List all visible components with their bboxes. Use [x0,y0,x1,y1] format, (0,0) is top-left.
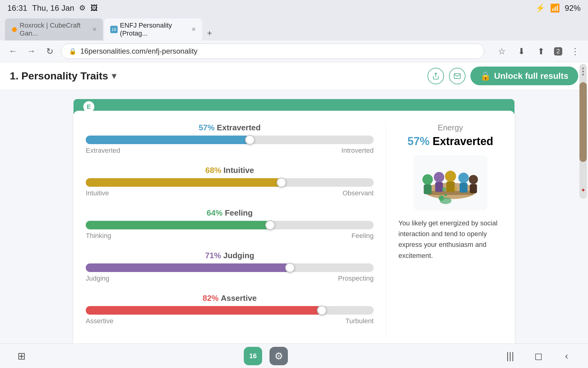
forward-button[interactable]: → [24,44,38,58]
lock-icon: 🔒 [480,71,491,81]
trait-right-identity: Turbulent [345,317,374,325]
bottom-nav-left: ⊞ [12,347,31,365]
energy-illustration [414,155,487,210]
trait-bar-fill-nature [86,221,270,229]
time: 16:31 [7,3,27,13]
trait-label-energy: 57% Extraverted [86,123,374,132]
tab-favicon-1: 🟠 [11,26,17,33]
battery: 92% [565,3,581,13]
svg-point-3 [422,174,433,185]
trait-left-nature: Thinking [86,232,111,240]
scroll-dot-2 [582,71,584,72]
bottom-nav: ⊞ 16 ⚙ ||| ◻ ‹ [0,343,588,368]
trait-bar-fill-identity [86,306,322,315]
back-button[interactable]: ← [6,44,20,58]
svg-point-5 [434,172,444,182]
trait-row-nature: 64% FeelingThinkingFeeling [86,208,374,240]
traits-left: 57% ExtravertedExtravertedIntroverted68%… [86,123,374,336]
trait-right-mind: Observant [343,189,374,197]
svg-point-16 [439,196,444,201]
trait-row-tactics: 71% JudgingJudgingProspecting [86,251,374,282]
tab-count-badge[interactable]: 2 [554,47,562,56]
scrollbar-thumb[interactable] [579,82,587,162]
share-icon [432,72,439,80]
scrollbar[interactable]: ✦ [579,64,587,199]
date: Thu, 16 Jan [32,3,74,13]
trait-bar-nature [86,221,374,229]
share-circle-button[interactable] [428,68,444,84]
svg-rect-12 [469,184,477,193]
trait-ends-tactics: JudgingProspecting [86,274,374,282]
svg-rect-4 [424,184,432,194]
energy-desc: You likely get energized by social inter… [398,218,502,261]
address-bar-row: ← → ↻ 🔒 16personalities.com/enfj-persona… [0,40,588,62]
unlock-label: Unlock full results [494,71,568,81]
trait-bar-thumb-nature [265,220,275,230]
tab-close-1[interactable]: ✕ [92,26,97,33]
trait-label-tactics: 71% Judging [86,251,374,260]
page-header: 1. Personality Traits ▾ 🔒 Unlock full re… [0,62,588,90]
svg-point-13 [442,187,446,191]
trait-bar-fill-tactics [86,263,290,272]
menu-button[interactable]: ⋮ [568,44,582,58]
wifi-icon: 📶 [550,3,560,13]
share-button[interactable]: ⬆ [534,44,548,58]
trait-label-mind: 68% Intuitive [86,166,374,175]
svg-point-7 [445,171,456,182]
app1-button[interactable]: 16 [244,347,262,365]
trait-bar-thumb-energy [245,135,255,145]
trait-bar-energy [86,136,374,144]
traits-right: Energy 57% Extraverted [386,123,502,336]
page-content: E 57% ExtravertedExtravertedIntroverted6… [0,90,588,368]
svg-rect-6 [435,182,443,192]
svg-rect-8 [446,182,455,192]
energy-name: Extraverted [432,135,493,148]
chevron-down-icon[interactable]: ▾ [112,71,116,81]
energy-label: Energy [438,123,463,132]
trait-label-nature: 64% Feeling [86,208,374,218]
trait-left-identity: Assertive [86,317,113,325]
settings-icon[interactable]: ⚙ [79,4,86,12]
trait-bar-thumb-identity [317,305,327,315]
trait-left-energy: Extraverted [86,147,120,155]
trait-left-tactics: Judging [86,274,109,282]
tabs-row: 🟠 Roxrock | CubeCraft Gan... ✕ 16 ENFJ P… [5,18,583,40]
back-nav-button[interactable]: ‹ [557,347,576,365]
trait-label-identity: 82% Assertive [86,293,374,303]
trait-bar-fill-mind [86,178,281,187]
home-button[interactable]: ◻ [529,347,548,365]
trait-bar-thumb-mind [277,178,286,187]
download-button[interactable]: ⬇ [515,44,528,58]
trait-ends-identity: AssertiveTurbulent [86,317,374,325]
trait-ends-mind: IntuitiveObservant [86,189,374,197]
bottom-nav-center: 16 ⚙ [244,347,288,365]
app2-button[interactable]: ⚙ [270,347,288,365]
scroll-dot-3 [582,74,584,75]
address-bar[interactable]: 🔒 16personalities.com/enfj-personality [61,44,484,59]
trait-bar-mind [86,178,374,187]
unlock-button[interactable]: 🔒 Unlock full results [470,67,578,85]
grid-button[interactable]: ⊞ [12,347,31,365]
tab-close-2[interactable]: ✕ [191,26,196,33]
scrollbar-dots [582,67,584,75]
tab-label-1: Roxrock | CubeCraft Gan... [20,21,87,37]
tab-roxrock[interactable]: 🟠 Roxrock | CubeCraft Gan... ✕ [5,18,103,40]
overview-button[interactable]: ||| [501,347,519,365]
new-tab-button[interactable]: + [203,26,216,40]
reload-button[interactable]: ↻ [43,44,56,58]
trait-right-tactics: Prospecting [338,274,374,282]
tab-enfj[interactable]: 16 ENFJ Personality (Protag... ✕ [104,18,202,40]
security-icon: 🔒 [69,48,77,55]
svg-rect-10 [459,183,467,193]
page-title-container: 1. Personality Traits ▾ [10,70,116,82]
bookmark-button[interactable]: ☆ [495,44,509,58]
trait-row-identity: 82% AssertiveAssertiveTurbulent [86,293,374,325]
bluetooth-icon: ⚡ [535,3,545,13]
status-left: 16:31 Thu, 16 Jan ⚙ 🖼 [7,3,98,13]
gallery-icon[interactable]: 🖼 [91,4,98,12]
trait-bar-tactics [86,263,374,272]
svg-point-9 [458,173,469,183]
status-right: ⚡ 📶 92% [535,3,581,13]
email-button[interactable] [449,68,466,84]
email-icon [454,72,461,80]
